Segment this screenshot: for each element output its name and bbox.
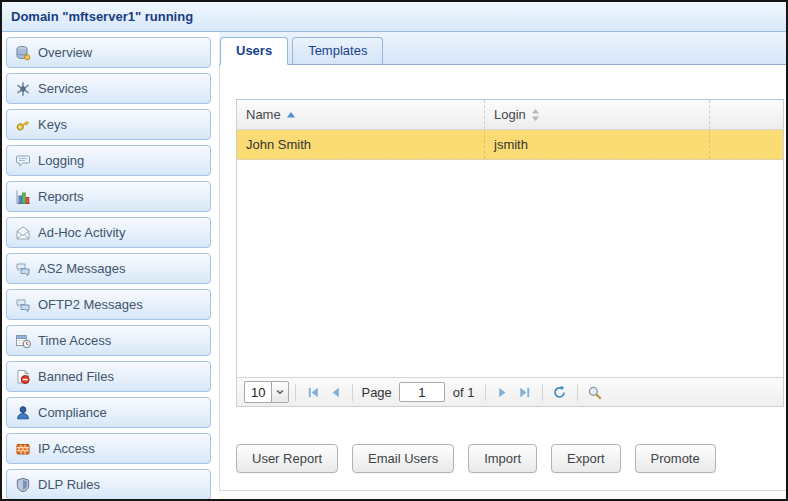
export-button[interactable]: Export	[551, 444, 621, 473]
sidebar-item-adhoc-activity[interactable]: Ad-Hoc Activity	[6, 217, 211, 248]
pager-separator	[295, 384, 296, 401]
page-label: Page	[361, 385, 391, 400]
page-number-input[interactable]	[399, 382, 445, 402]
window-titlebar: Domain "mftserver1" running	[2, 2, 786, 32]
sidebar-item-label: Keys	[38, 117, 67, 132]
speech-bubble-icon	[15, 153, 31, 169]
bottom-strip	[219, 491, 786, 499]
users-grid: Name Login John Smith jsmith	[236, 99, 784, 407]
sidebar-item-keys[interactable]: Keys	[6, 109, 211, 140]
envelope-icon	[15, 225, 31, 241]
sidebar-item-dlp-rules[interactable]: DLP Rules	[6, 469, 211, 499]
sidebar: Overview Services Keys Logging Reports A	[2, 32, 215, 499]
sidebar-item-ip-access[interactable]: IP Access	[6, 433, 211, 464]
sidebar-item-overview[interactable]: Overview	[6, 37, 211, 68]
calendar-clock-icon	[15, 333, 31, 349]
sidebar-item-label: Compliance	[38, 405, 107, 420]
last-page-icon[interactable]	[514, 381, 536, 403]
pager-separator	[485, 384, 486, 401]
column-header-name[interactable]: Name	[237, 100, 485, 129]
previous-page-icon[interactable]	[324, 381, 346, 403]
window-body: Overview Services Keys Logging Reports A	[2, 32, 786, 499]
user-report-button[interactable]: User Report	[236, 444, 338, 473]
cell-name: John Smith	[237, 130, 485, 159]
pagination-bar: 10 Page of 1	[237, 377, 783, 406]
page-count-label: of 1	[453, 385, 475, 400]
page-size-select[interactable]: 10	[244, 381, 289, 403]
tab-templates-label: Templates	[308, 43, 367, 58]
sidebar-item-reports[interactable]: Reports	[6, 181, 211, 212]
sidebar-item-label: AS2 Messages	[38, 261, 125, 276]
sort-both-icon	[531, 109, 540, 121]
pager-separator	[352, 384, 353, 401]
sidebar-item-label: Services	[38, 81, 88, 96]
column-header-name-label: Name	[246, 107, 281, 122]
grid-header: Name Login	[237, 100, 783, 130]
sidebar-item-banned-files[interactable]: Banned Files	[6, 361, 211, 392]
shield-icon	[15, 477, 31, 493]
next-page-icon[interactable]	[492, 381, 514, 403]
database-icon	[15, 45, 31, 61]
sidebar-item-as2-messages[interactable]: AS2 Messages	[6, 253, 211, 284]
sidebar-item-logging[interactable]: Logging	[6, 145, 211, 176]
column-header-empty	[710, 100, 783, 129]
sidebar-item-label: Logging	[38, 153, 84, 168]
promote-button[interactable]: Promote	[635, 444, 716, 473]
sidebar-item-label: DLP Rules	[38, 477, 100, 492]
column-header-login-label: Login	[494, 107, 526, 122]
pager-separator	[542, 384, 543, 401]
sidebar-item-label: Banned Files	[38, 369, 114, 384]
email-users-button[interactable]: Email Users	[352, 444, 454, 473]
table-row[interactable]: John Smith jsmith	[237, 130, 783, 160]
bar-chart-icon	[15, 189, 31, 205]
app-window: Domain "mftserver1" running Overview Ser…	[0, 0, 788, 501]
sidebar-item-time-access[interactable]: Time Access	[6, 325, 211, 356]
key-icon	[15, 117, 31, 133]
firewall-icon	[15, 441, 31, 457]
sidebar-item-label: OFTP2 Messages	[38, 297, 143, 312]
banned-file-icon	[15, 369, 31, 385]
column-header-login[interactable]: Login	[485, 100, 710, 129]
grid-empty-area	[237, 160, 783, 377]
tab-strip: Users Templates	[219, 32, 786, 65]
sidebar-item-label: Time Access	[38, 333, 111, 348]
first-page-icon[interactable]	[302, 381, 324, 403]
page-size-value: 10	[245, 382, 271, 402]
cell-login: jsmith	[485, 130, 710, 159]
sidebar-item-compliance[interactable]: Compliance	[6, 397, 211, 428]
sidebar-item-oftp2-messages[interactable]: OFTP2 Messages	[6, 289, 211, 320]
services-icon	[15, 81, 31, 97]
tab-users[interactable]: Users	[220, 37, 288, 65]
import-button[interactable]: Import	[468, 444, 537, 473]
messages-icon	[15, 261, 31, 277]
sidebar-item-services[interactable]: Services	[6, 73, 211, 104]
action-buttons: User Report Email Users Import Export Pr…	[236, 444, 784, 473]
sidebar-item-label: Overview	[38, 45, 92, 60]
cell-empty	[710, 130, 783, 159]
main-content: Users Templates Name Login	[215, 32, 786, 499]
search-icon[interactable]	[584, 381, 606, 403]
window-title: Domain "mftserver1" running	[11, 9, 193, 24]
sort-ascending-icon	[286, 111, 296, 119]
tab-users-label: Users	[236, 43, 272, 58]
pager-separator	[577, 384, 578, 401]
sidebar-item-label: Ad-Hoc Activity	[38, 225, 125, 240]
tab-templates[interactable]: Templates	[292, 37, 383, 65]
users-tab-panel: Name Login John Smith jsmith	[219, 65, 786, 491]
person-icon	[15, 405, 31, 421]
sidebar-item-label: Reports	[38, 189, 84, 204]
chevron-down-icon	[271, 382, 288, 402]
refresh-icon[interactable]	[549, 381, 571, 403]
sidebar-item-label: IP Access	[38, 441, 95, 456]
messages-icon	[15, 297, 31, 313]
